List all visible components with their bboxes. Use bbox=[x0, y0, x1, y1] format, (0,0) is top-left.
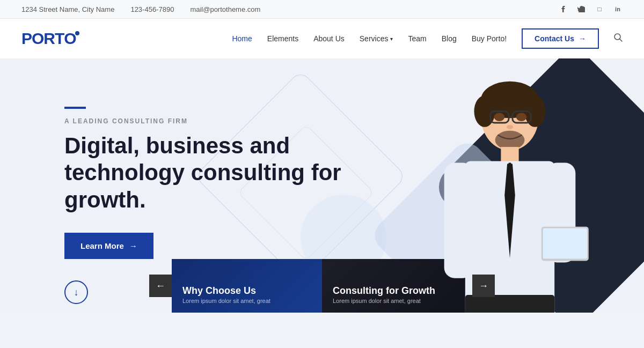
address: 1234 Street Name, City Name bbox=[21, 5, 114, 13]
hero-content: A LEADING CONSULTING FIRM Digital, busin… bbox=[64, 91, 343, 304]
nav-item-blog[interactable]: Blog bbox=[442, 34, 457, 43]
linkedin-icon[interactable]: in bbox=[613, 4, 623, 14]
top-bar: 1234 Street Name, City Name 123-456-7890… bbox=[0, 0, 644, 19]
twitter-icon[interactable] bbox=[576, 4, 586, 14]
nav-item-elements[interactable]: Elements bbox=[267, 34, 298, 43]
svg-point-12 bbox=[495, 131, 525, 150]
services-chevron-icon: ▾ bbox=[390, 36, 393, 42]
learn-more-arrow-icon: → bbox=[129, 241, 137, 250]
email: mail@portotheme.com bbox=[190, 5, 260, 13]
nav-item-buy[interactable]: Buy Porto! bbox=[472, 34, 507, 43]
scroll-down-arrow-icon: ↓ bbox=[74, 287, 79, 298]
svg-rect-13 bbox=[501, 147, 518, 162]
hero-title: Digital, business and technology consult… bbox=[64, 132, 343, 213]
svg-point-11 bbox=[507, 125, 513, 129]
logo[interactable]: PORTO bbox=[21, 29, 79, 48]
next-card-button[interactable]: → bbox=[472, 275, 495, 297]
svg-rect-23 bbox=[514, 306, 554, 313]
contact-button[interactable]: Learn More Contact Us → bbox=[522, 28, 599, 49]
instagram-icon[interactable]: □ bbox=[595, 4, 604, 14]
contact-arrow-icon: → bbox=[579, 34, 586, 43]
svg-rect-17 bbox=[444, 162, 473, 278]
hero-subtitle: A LEADING CONSULTING FIRM bbox=[64, 117, 343, 125]
svg-point-9 bbox=[494, 113, 505, 121]
learn-more-button[interactable]: Learn More → bbox=[64, 233, 153, 259]
next-arrow-icon: → bbox=[479, 280, 488, 292]
logo-text: PORT bbox=[21, 29, 64, 48]
social-icons: □ in bbox=[558, 4, 623, 14]
header: PORTO Home Elements About Us Services ▾ … bbox=[0, 19, 644, 58]
person-svg bbox=[411, 75, 609, 313]
svg-rect-20 bbox=[543, 228, 587, 259]
facebook-icon[interactable] bbox=[558, 4, 568, 14]
hero-person-image bbox=[392, 64, 628, 313]
svg-point-10 bbox=[516, 113, 527, 121]
scroll-down-button[interactable]: ↓ bbox=[64, 280, 88, 304]
main-nav: Home Elements About Us Services ▾ Team B… bbox=[232, 28, 623, 49]
hero-accent-line bbox=[64, 107, 86, 109]
search-button[interactable] bbox=[614, 33, 623, 44]
top-bar-left: 1234 Street Name, City Name 123-456-7890… bbox=[21, 5, 260, 13]
prev-arrow-icon: ← bbox=[156, 280, 165, 292]
svg-rect-22 bbox=[465, 306, 507, 313]
hero-section: A LEADING CONSULTING FIRM Digital, busin… bbox=[0, 58, 644, 313]
svg-line-1 bbox=[620, 39, 623, 42]
nav-item-services[interactable]: Services ▾ bbox=[360, 34, 393, 43]
nav-item-about[interactable]: About Us bbox=[313, 34, 345, 43]
nav-item-team[interactable]: Team bbox=[408, 34, 426, 43]
nav-item-home[interactable]: Home bbox=[232, 34, 252, 43]
prev-card-button[interactable]: ← bbox=[149, 275, 172, 297]
phone: 123-456-7890 bbox=[130, 5, 174, 13]
